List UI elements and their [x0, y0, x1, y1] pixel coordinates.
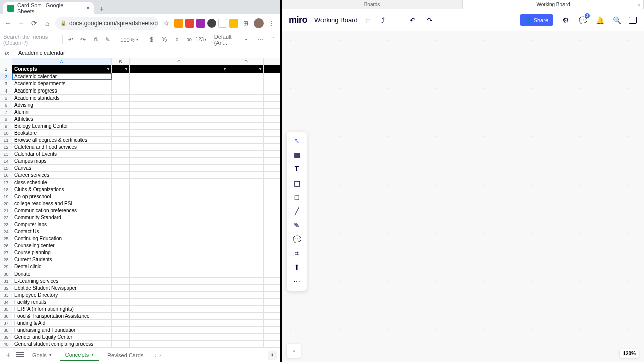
table-row[interactable]: 6 Advising [0, 102, 280, 109]
cell[interactable] [130, 270, 228, 277]
zoom-level[interactable]: 120% [620, 349, 639, 358]
cell[interactable] [112, 123, 130, 129]
miro-canvas[interactable]: ↖ ▦ T ◱ □ ╱ ✎ 💬 ⌗ ⬆ ⋯ » 120% [282, 31, 644, 362]
cell[interactable] [228, 327, 264, 333]
more-toolbar-icon[interactable]: ⋯ [256, 35, 264, 44]
table-row[interactable]: 5 Academic standards [0, 95, 280, 102]
sheet-tab-revised[interactable]: Revised Cards [102, 350, 148, 360]
cell[interactable] [130, 306, 228, 312]
header-cell-concepts[interactable]: Concepts▾ [12, 65, 112, 73]
cell[interactable] [112, 172, 130, 178]
cell[interactable] [228, 130, 264, 136]
table-header-row[interactable]: 1 Concepts▾ ▾ ▾ ▾ [0, 65, 280, 73]
table-row[interactable]: 13 Calendar of Events [0, 151, 280, 158]
cell[interactable]: Advising [12, 102, 112, 108]
cell[interactable] [130, 292, 228, 298]
cell[interactable] [228, 116, 264, 122]
cell[interactable] [130, 87, 228, 94]
table-row[interactable]: 36 Food & Transportation Assistance [0, 313, 280, 320]
cell[interactable] [112, 242, 130, 249]
cell[interactable] [112, 179, 130, 186]
row-number[interactable]: 27 [0, 249, 12, 256]
ext-icon-5[interactable] [218, 19, 227, 28]
sheet-tab-concepts[interactable]: Concepts ▼ [60, 350, 99, 361]
miro-logo[interactable]: miro [289, 15, 307, 25]
cell[interactable] [112, 73, 130, 80]
miro-tab-boards[interactable]: Boards [282, 0, 463, 9]
cell[interactable] [228, 320, 264, 326]
table-row[interactable]: 23 Computer labs [0, 221, 280, 228]
cell[interactable]: Continuing Education [12, 235, 112, 242]
table-row[interactable]: 31 E-Learning services [0, 278, 280, 285]
cell[interactable] [112, 186, 130, 193]
cell[interactable] [130, 73, 228, 80]
table-row[interactable]: 20 college readiness and ESL [0, 200, 280, 207]
line-tool-icon[interactable]: ╱ [290, 205, 304, 217]
filter-icon[interactable]: ▾ [125, 65, 127, 73]
table-row[interactable]: 40 General student complaing process [0, 341, 280, 348]
redo-icon[interactable]: ↷ [79, 35, 87, 44]
row-number[interactable]: 2 [0, 73, 12, 80]
close-tab-icon[interactable]: × [86, 5, 90, 12]
comment-tool-icon[interactable]: 💬 [290, 233, 304, 245]
table-row[interactable]: 37 Funding & Aid [0, 320, 280, 327]
cell[interactable] [228, 334, 264, 340]
cell[interactable]: Donate [12, 270, 112, 277]
table-row[interactable]: 24 Contact Us [0, 228, 280, 235]
cell[interactable]: Gender and Equity Center [12, 334, 112, 340]
cell[interactable] [228, 228, 264, 235]
cell[interactable] [228, 193, 264, 200]
cell[interactable] [130, 109, 228, 115]
cell[interactable] [112, 313, 130, 319]
cell[interactable] [112, 285, 130, 291]
cell[interactable] [130, 193, 228, 200]
row-number[interactable]: 14 [0, 158, 12, 164]
cell[interactable] [130, 214, 228, 221]
table-row[interactable]: 8 Athletics [0, 116, 280, 123]
increase-decimal-icon[interactable]: .00 [184, 35, 192, 44]
cell[interactable] [112, 228, 130, 235]
cell[interactable] [228, 341, 264, 347]
cell[interactable] [228, 256, 264, 263]
cell[interactable] [130, 102, 228, 108]
ext-icon-1[interactable] [174, 19, 183, 28]
row-number[interactable]: 28 [0, 256, 12, 263]
table-row[interactable]: 3 Academic departments [0, 80, 280, 87]
cell[interactable]: Academic progress [12, 87, 112, 94]
cell[interactable]: Alumni [12, 109, 112, 115]
reload-icon[interactable]: ⟳ [29, 18, 39, 28]
cell[interactable] [130, 137, 228, 143]
decrease-decimal-icon[interactable]: .0 [172, 35, 180, 44]
redo-icon[interactable]: ↷ [425, 15, 435, 25]
cell[interactable]: Funding & Aid [12, 320, 112, 326]
row-number[interactable]: 21 [0, 207, 12, 214]
row-number[interactable]: 11 [0, 137, 12, 143]
cell[interactable] [130, 200, 228, 207]
search-icon[interactable]: 🔍 [612, 15, 622, 25]
cell[interactable] [112, 80, 130, 87]
cell[interactable] [130, 285, 228, 291]
row-number[interactable]: 20 [0, 200, 12, 207]
cell[interactable] [112, 158, 130, 164]
cell[interactable] [130, 263, 228, 270]
table-row[interactable]: 30 Donate [0, 270, 280, 278]
cell[interactable] [112, 334, 130, 340]
table-row[interactable]: 22 Community Standard [0, 214, 280, 221]
panel-icon[interactable] [629, 17, 637, 24]
cell[interactable] [112, 306, 130, 312]
notifications-icon[interactable]: 🔔 [595, 15, 605, 25]
cell[interactable]: FERPA (Information rights) [12, 306, 112, 312]
profile-avatar[interactable] [254, 18, 264, 28]
cell[interactable] [112, 320, 130, 326]
cell[interactable] [130, 249, 228, 256]
chrome-menu-icon[interactable]: ⋮ [267, 18, 277, 28]
filter-icon[interactable]: ▾ [107, 65, 109, 73]
cell[interactable] [112, 165, 130, 171]
cell[interactable] [130, 278, 228, 284]
cell[interactable] [228, 242, 264, 249]
cell[interactable]: Communication preferences [12, 207, 112, 214]
cell[interactable] [112, 137, 130, 143]
cell[interactable] [112, 292, 130, 298]
cell[interactable]: Athletics [12, 116, 112, 122]
formula-value[interactable]: Academic calendar [14, 50, 65, 56]
